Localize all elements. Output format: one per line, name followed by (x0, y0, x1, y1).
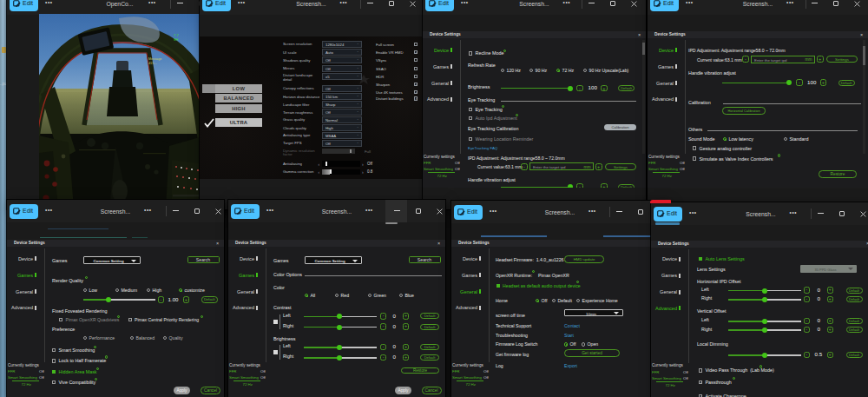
svg-text:415…: 415… (148, 62, 157, 65)
svg-text:9H: 9H (174, 37, 178, 42)
svg-text:Message: Message (148, 57, 161, 61)
